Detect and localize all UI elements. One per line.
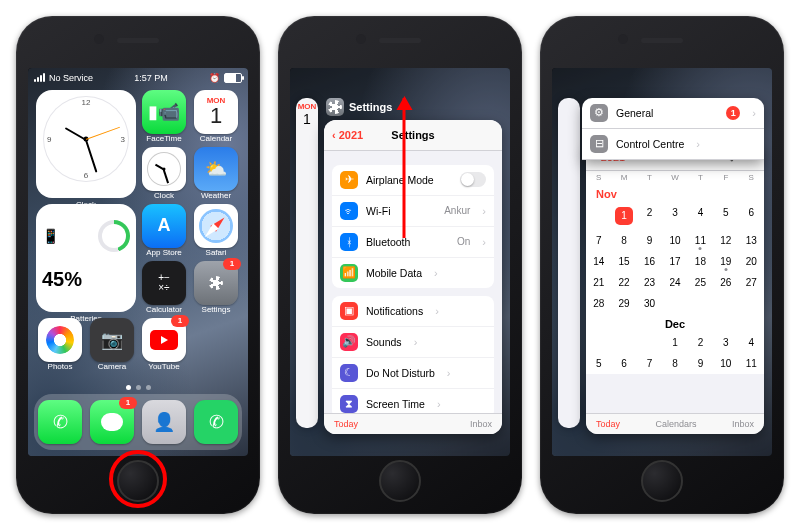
camera-app[interactable]: 📷 — [90, 318, 134, 362]
row-dnd[interactable]: ☾Do Not Disturb› — [332, 358, 494, 389]
contacts-app[interactable]: 👤 — [142, 400, 186, 444]
calendar-day[interactable]: 30 — [637, 293, 662, 314]
calendar-grid-nov[interactable]: 1234567891011121314151617181920212223242… — [586, 202, 764, 314]
calendar-day[interactable]: 4 — [688, 202, 713, 230]
tab-inbox[interactable]: Inbox — [732, 419, 754, 429]
calendar-day[interactable]: 4 — [739, 332, 764, 353]
row-control-centre[interactable]: ⊟Control Centre› — [582, 129, 764, 160]
calendar-day[interactable]: 8 — [611, 230, 636, 251]
tab-inbox[interactable]: Inbox — [470, 419, 492, 429]
peek-card-calendar[interactable]: MON 1 — [296, 98, 318, 428]
phone-switcher-calendar: ⚙General1› ⊟Control Centre› ‹ 2021 ☰ ▭ 🔍… — [540, 16, 784, 514]
photos-app[interactable] — [38, 318, 82, 362]
row-airplane-mode[interactable]: ✈Airplane Mode — [332, 165, 494, 196]
screen-home: No Service 1:57 PM ⏰ 12369 Clock ▮📹FaceT… — [28, 68, 248, 456]
phone-app[interactable]: ✆ — [38, 400, 82, 444]
calendar-day[interactable]: 13 — [739, 230, 764, 251]
calendar-day[interactable]: 2 — [688, 332, 713, 353]
weather-app[interactable]: ⛅ — [194, 147, 238, 191]
calendar-day[interactable]: 5 — [586, 353, 611, 374]
row-mobile-data[interactable]: 📶Mobile Data› — [332, 258, 494, 288]
calendar-day[interactable]: 2 — [637, 202, 662, 230]
calendar-day[interactable]: 12 — [713, 230, 738, 251]
calendar-day[interactable]: 14 — [586, 251, 611, 272]
settings-navbar: ‹ 2021 Settings — [324, 120, 502, 151]
tab-today[interactable]: Today — [596, 419, 620, 429]
youtube-app[interactable]: 1 — [142, 318, 186, 362]
calendar-day[interactable]: 3 — [713, 332, 738, 353]
tutorial-triptych: No Service 1:57 PM ⏰ 12369 Clock ▮📹FaceT… — [0, 0, 800, 529]
switcher-card-calendar[interactable]: ‹ 2021 ☰ ▭ 🔍 ＋ SMTWTFS Nov 1234567891011… — [586, 144, 764, 434]
video-icon: ▮📹 — [148, 101, 180, 123]
calendar-day[interactable]: 9 — [637, 230, 662, 251]
calendar-day[interactable]: 11 — [739, 353, 764, 374]
clock-widget[interactable]: 12369 Clock — [36, 90, 136, 198]
calendar-day[interactable]: 21 — [586, 272, 611, 293]
calendar-day[interactable]: 8 — [662, 353, 687, 374]
calendar-day[interactable]: 16 — [637, 251, 662, 272]
row-sounds[interactable]: 🔊Sounds› — [332, 327, 494, 358]
calendar-day[interactable]: 18 — [688, 251, 713, 272]
calendar-day[interactable]: 9 — [688, 353, 713, 374]
calendar-day[interactable]: 7 — [586, 230, 611, 251]
phone-home: No Service 1:57 PM ⏰ 12369 Clock ▮📹FaceT… — [16, 16, 260, 514]
switcher-card-settings[interactable]: ‹ 2021 Settings ✈Airplane Mode ᯤWi-FiAnk… — [324, 120, 502, 434]
youtube-badge: 1 — [171, 315, 189, 327]
calendar-day[interactable]: 29 — [611, 293, 636, 314]
phone-switcher-settings: MON 1 Settings ‹ 2021 Settings ✈Airplane… — [278, 16, 522, 514]
calendar-day[interactable]: 3 — [662, 202, 687, 230]
settings-app[interactable]: 1 — [194, 261, 238, 305]
whatsapp-app[interactable]: ✆ — [194, 400, 238, 444]
airplane-toggle[interactable] — [460, 172, 486, 187]
home-button[interactable] — [117, 460, 159, 502]
clock-app[interactable] — [142, 147, 186, 191]
calendar-day[interactable]: 11 — [688, 230, 713, 251]
calendar-day[interactable]: 15 — [611, 251, 636, 272]
row-wifi[interactable]: ᯤWi-FiAnkur› — [332, 196, 494, 227]
status-time: 1:57 PM — [134, 73, 168, 83]
calendar-day[interactable]: 10 — [713, 353, 738, 374]
row-general[interactable]: ⚙General1› — [582, 98, 764, 129]
calendar-day[interactable]: 1 — [611, 202, 636, 230]
calendar-day[interactable]: 26 — [713, 272, 738, 293]
calendar-day[interactable]: 20 — [739, 251, 764, 272]
calculator-app[interactable]: +−×÷ — [142, 261, 186, 305]
calendar-day[interactable]: 19 — [713, 251, 738, 272]
page-indicator[interactable] — [28, 385, 248, 390]
calendar-day[interactable]: 28 — [586, 293, 611, 314]
calendar-day[interactable]: 1 — [662, 332, 687, 353]
month-label-dec: Dec — [586, 314, 764, 332]
calendar-day[interactable]: 5 — [713, 202, 738, 230]
tab-calendars[interactable]: Calendars — [655, 419, 696, 429]
home-button[interactable] — [641, 460, 683, 502]
calendar-day[interactable]: 7 — [637, 353, 662, 374]
home-button[interactable] — [379, 460, 421, 502]
calendar-day[interactable]: 17 — [662, 251, 687, 272]
calendar-app[interactable]: MON1 — [194, 90, 238, 134]
calendar-day[interactable]: 23 — [637, 272, 662, 293]
row-bluetooth[interactable]: ᚼBluetoothOn› — [332, 227, 494, 258]
facetime-app[interactable]: ▮📹 — [142, 90, 186, 134]
safari-app[interactable] — [194, 204, 238, 248]
bell-icon: ▣ — [340, 302, 358, 320]
calendar-day[interactable]: 10 — [662, 230, 687, 251]
calendar-day[interactable]: 22 — [611, 272, 636, 293]
peek-card-prev[interactable] — [558, 98, 580, 428]
calendar-day[interactable]: 27 — [739, 272, 764, 293]
card-tabbar: Today Inbox — [324, 413, 502, 434]
status-bar: No Service 1:57 PM ⏰ — [28, 68, 248, 86]
appstore-app[interactable]: A — [142, 204, 186, 248]
calendar-day[interactable]: 6 — [739, 202, 764, 230]
moon-icon: ☾ — [340, 364, 358, 382]
batteries-widget[interactable]: 📱 45% Batteries — [36, 204, 136, 312]
row-notifications[interactable]: ▣Notifications› — [332, 296, 494, 327]
calendar-day[interactable]: 24 — [662, 272, 687, 293]
back-button[interactable]: ‹ 2021 — [332, 129, 363, 141]
messages-app[interactable]: 1 — [90, 400, 134, 444]
navbar-title: Settings — [391, 129, 434, 141]
calendar-day[interactable]: 6 — [611, 353, 636, 374]
chevron-right-icon: › — [482, 236, 486, 248]
calendar-grid-dec[interactable]: 1234567891011 — [586, 332, 764, 374]
calendar-day[interactable]: 25 — [688, 272, 713, 293]
tab-today[interactable]: Today — [334, 419, 358, 429]
